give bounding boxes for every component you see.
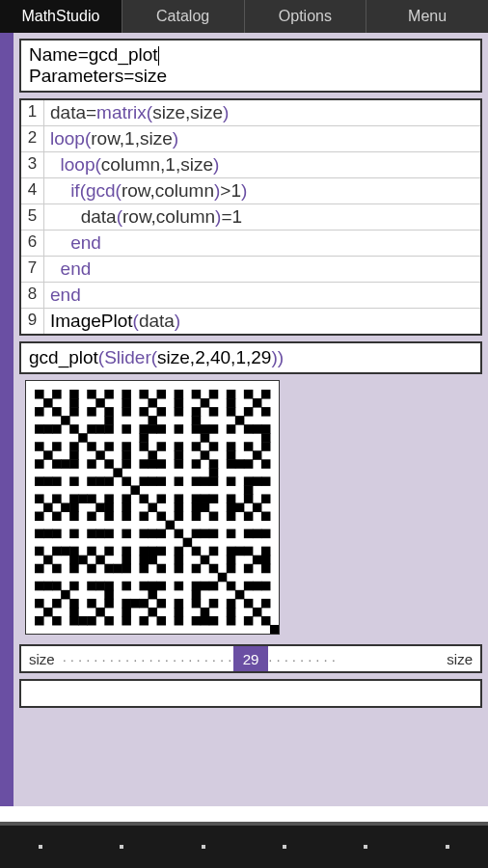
name-line: Name=gcd_plot [29, 44, 473, 66]
nav-dot[interactable] [120, 845, 123, 849]
code-line[interactable]: 5 data(row,column)=1 [21, 203, 480, 230]
code-line[interactable]: 2loop(row,1,size) [21, 125, 480, 151]
slider-track-left[interactable]: ······················ [63, 651, 233, 667]
line-number: 5 [21, 204, 44, 230]
code-text: loop(row,1,size) [44, 126, 480, 151]
line-number: 9 [21, 309, 44, 334]
left-gutter [0, 33, 14, 806]
nav-dot[interactable] [39, 845, 42, 849]
slider-label-right: size [439, 651, 480, 667]
line-number: 7 [21, 257, 44, 282]
params-value: size [134, 66, 167, 86]
menu-tab-options[interactable]: Options [245, 0, 367, 33]
empty-input-panel[interactable] [19, 679, 482, 708]
workspace: Name=gcd_plot Parameters=size 1data=matr… [0, 33, 488, 806]
plot-output [19, 374, 482, 638]
line-number: 8 [21, 283, 44, 308]
code-text: if(gcd(row,column)>1) [44, 178, 480, 203]
definition-header-panel[interactable]: Name=gcd_plot Parameters=size [19, 39, 482, 93]
content-area: Name=gcd_plot Parameters=size 1data=matr… [14, 33, 488, 806]
nav-dot[interactable] [446, 845, 449, 849]
name-key: Name [29, 44, 78, 65]
params-key: Parameters [29, 66, 123, 86]
code-text: data(row,column)=1 [44, 204, 480, 230]
top-menu-bar: MathStudioCatalogOptionsMenu [0, 0, 488, 33]
code-line[interactable]: 4 if(gcd(row,column)>1) [21, 177, 480, 203]
params-line: Parameters=size [29, 66, 473, 87]
slider-track-right[interactable]: ········· [268, 651, 439, 667]
slider-label-left: size [21, 651, 63, 667]
code-text: ImagePlot(data) [44, 309, 480, 334]
slider-control[interactable]: size ······················ 29 ·········… [19, 644, 482, 673]
line-number: 2 [21, 126, 44, 151]
image-plot [25, 380, 280, 635]
menu-tab-mathstudio[interactable]: MathStudio [0, 0, 122, 33]
code-editor-panel[interactable]: 1data=matrix(size,size)2loop(row,1,size)… [19, 98, 482, 336]
line-number: 6 [21, 231, 44, 256]
slider-args: size,2,40,1,29 [157, 347, 271, 367]
code-line[interactable]: 6 end [21, 230, 480, 256]
menu-tab-menu[interactable]: Menu [366, 0, 488, 33]
code-text: end [44, 283, 480, 308]
code-text: end [44, 257, 480, 282]
android-nav-bar [0, 822, 488, 868]
line-number: 3 [21, 152, 44, 177]
code-line[interactable]: 1data=matrix(size,size) [21, 100, 480, 125]
nav-dot[interactable] [364, 845, 367, 849]
code-line[interactable]: 9ImagePlot(data) [21, 308, 480, 334]
menu-tab-catalog[interactable]: Catalog [122, 0, 245, 33]
call-fn: gcd_plot [29, 347, 98, 367]
code-text: data=matrix(size,size) [44, 100, 480, 125]
nav-dot[interactable] [283, 845, 286, 849]
nav-dot[interactable] [202, 845, 205, 849]
slider-value[interactable]: 29 [233, 646, 269, 671]
text-cursor [158, 46, 159, 66]
output-group: gcd_plot(Slider(size,2,40,1,29)) size ··… [19, 341, 482, 673]
code-line[interactable]: 8end [21, 282, 480, 308]
code-text: loop(column,1,size) [44, 152, 480, 177]
code-text: end [44, 231, 480, 256]
code-line[interactable]: 7 end [21, 256, 480, 282]
name-value: gcd_plot [89, 44, 158, 65]
code-line[interactable]: 3 loop(column,1,size) [21, 151, 480, 177]
line-number: 1 [21, 100, 44, 125]
call-expression-panel[interactable]: gcd_plot(Slider(size,2,40,1,29)) [19, 341, 482, 374]
line-number: 4 [21, 178, 44, 203]
slider-fn: Slider [104, 347, 151, 367]
